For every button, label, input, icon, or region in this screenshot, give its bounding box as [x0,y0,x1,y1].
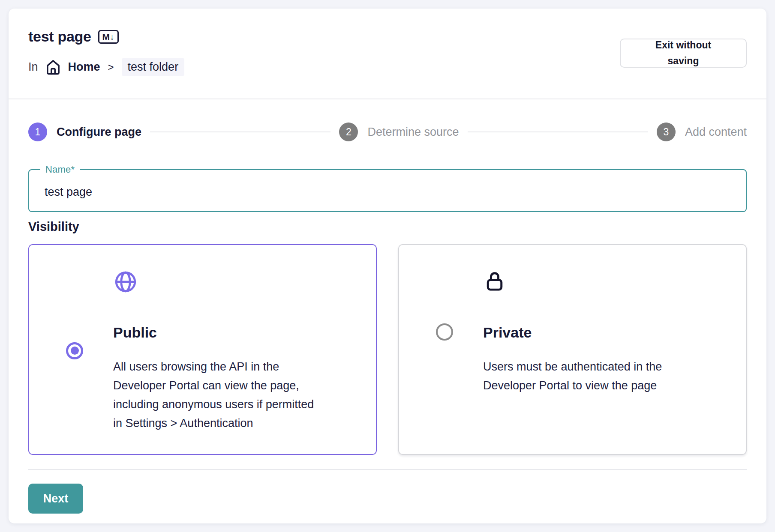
footer-divider [28,469,747,470]
step-3-label: Add content [685,126,747,139]
next-button[interactable]: Next [28,484,83,514]
visibility-options: Public All users browsing the API in the… [28,244,747,455]
globe-icon [113,269,359,294]
public-title: Public [113,324,359,341]
private-title: Private [483,324,729,341]
stepper-connector [468,132,648,132]
public-radio[interactable] [66,342,83,359]
exit-without-saving-button[interactable]: Exit without saving [620,39,747,68]
breadcrumb-home[interactable]: Home [68,60,100,74]
step-2-circle: 2 [339,123,358,141]
name-field: Name* [28,169,747,212]
name-input[interactable] [29,170,746,211]
wizard-stepper: 1 Configure page 2 Determine source 3 Ad… [28,122,747,142]
step-1-circle: 1 [28,123,47,141]
visibility-option-public[interactable]: Public All users browsing the API in the… [28,244,377,455]
breadcrumb-prefix: In [28,60,38,74]
page-title: test page [28,28,91,45]
private-description: Users must be authenticated in the Devel… [483,357,729,395]
stepper-connector [150,132,330,132]
name-field-label: Name* [40,164,80,175]
visibility-option-private[interactable]: Private Users must be authenticated in t… [398,244,747,455]
step-3-circle: 3 [657,123,676,141]
markdown-icon: M↓ [98,30,119,44]
breadcrumb-folder[interactable]: test folder [122,58,185,76]
step-1-label: Configure page [57,126,141,139]
private-radio[interactable] [436,323,453,341]
step-determine-source[interactable]: 2 Determine source [339,123,459,141]
step-add-content[interactable]: 3 Add content [657,123,747,141]
lock-icon [483,269,729,294]
wizard-header: test page M↓ In Home > test folder Exit … [9,9,766,99]
step-configure-page[interactable]: 1 Configure page [28,123,141,141]
step-2-label: Determine source [367,126,459,139]
public-description: All users browsing the API in the Develo… [113,357,359,433]
page-wizard-card: test page M↓ In Home > test folder Exit … [9,9,766,523]
breadcrumb-separator: > [108,61,114,73]
home-icon [44,58,62,76]
wizard-body: 1 Configure page 2 Determine source 3 Ad… [9,99,766,523]
visibility-label: Visibility [28,220,747,234]
header-divider [9,99,766,99]
